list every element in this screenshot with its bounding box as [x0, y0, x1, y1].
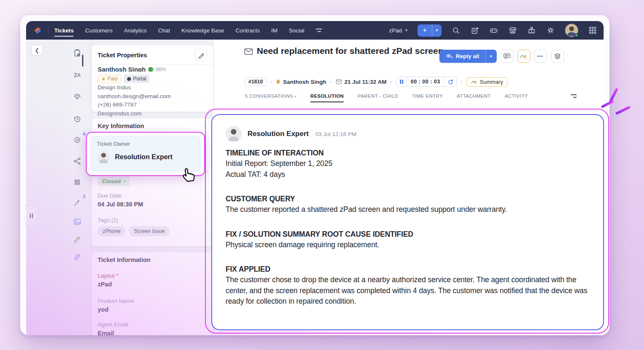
share-icon[interactable] — [72, 156, 82, 166]
marketplace-icon[interactable] — [508, 26, 517, 35]
layout-field-value[interactable]: zPad — [98, 281, 112, 288]
message-timestamp: 03 Jul 12:16 PM — [312, 131, 357, 137]
portal-badge: Portal — [124, 75, 149, 83]
idea-bulb-icon[interactable] — [72, 92, 82, 102]
contact-website[interactable]: DesignIndus.com — [98, 110, 207, 118]
ticket-created-time: 21 Jul 11:32 AM — [336, 79, 386, 85]
ticket-properties-card: Ticket Properties Santhosh Singh 98% — [91, 45, 213, 112]
owner-avatar — [97, 150, 110, 164]
section-heading: CUSTOMER QUERY — [226, 194, 590, 204]
timer-refresh-button[interactable] — [444, 77, 456, 86]
timer-pause-button[interactable] — [397, 77, 407, 86]
user-avatar[interactable] — [565, 24, 578, 37]
zia-icon[interactable] — [72, 70, 82, 80]
tab-resolution[interactable]: RESOLUTION — [310, 94, 343, 99]
links-icon[interactable] — [72, 252, 82, 262]
ticket-id-badge: #1610 — [245, 77, 266, 86]
tag-list: zPhone Screen Issue — [98, 226, 170, 236]
app-window: Tickets Customers Analytics Chat Knowled… — [20, 15, 609, 335]
crown-icon: ♛ — [101, 76, 106, 82]
tab-conversations[interactable]: 5 CONVERSATIONS▾ — [245, 94, 296, 99]
conversation-sort-icon[interactable] — [571, 94, 577, 98]
crown-icon: ♛ — [276, 79, 281, 85]
nav-item-chat[interactable]: Chat — [158, 21, 170, 40]
user-guide-icon[interactable] — [527, 26, 536, 35]
ticket-meta-row: #1610 ♛ Santhosh Singh 21 Jul 11:32 AM — [245, 77, 508, 87]
ticket-properties-title: Ticket Properties — [98, 52, 147, 59]
nav-item-im[interactable]: IM — [271, 21, 277, 40]
chevron-down-icon: ▾ — [124, 179, 126, 184]
feeds-icon[interactable] — [471, 26, 479, 35]
snippets-image-icon[interactable] — [72, 216, 82, 227]
gamescope-icon[interactable] — [490, 26, 498, 35]
status-dropdown[interactable]: Closed ▾ — [98, 176, 130, 186]
comment-button[interactable] — [500, 50, 514, 63]
tags-label: Tags (2) — [98, 217, 118, 223]
reply-all-label: Reply all — [456, 53, 479, 59]
zia-summary-button[interactable]: Summary — [466, 77, 508, 87]
zoho-desk-logo-icon[interactable] — [32, 25, 43, 36]
portal-icon — [127, 77, 131, 81]
search-icon[interactable] — [452, 26, 460, 35]
magic-wand-icon[interactable]: 3 — [72, 197, 82, 207]
edit-properties-button[interactable] — [194, 49, 207, 61]
nav-more-menu-icon[interactable] — [316, 29, 322, 32]
hand-pointer-cursor-icon — [178, 164, 198, 184]
department-selector[interactable]: zPad ▼ — [389, 27, 408, 34]
section-body: The customer reported a shattered zPad s… — [226, 204, 590, 215]
ticket-information-card: Ticket Information ⌄ Layout * zPad Produ… — [91, 252, 213, 335]
contact-name-clipped[interactable]: Santhosh Singh 98% — [98, 67, 207, 72]
happiness-percent: 98% — [156, 67, 166, 72]
apps-grid-icon[interactable] — [588, 26, 597, 35]
ticket-requester[interactable]: ♛ Santhosh Singh — [276, 79, 327, 85]
tab-time-entry[interactable]: TIME ENTRY — [412, 94, 443, 99]
history-icon[interactable] — [72, 114, 82, 124]
top-navbar: Tickets Customers Analytics Chat Knowled… — [26, 21, 604, 40]
wand-count-badge: 3 — [82, 194, 85, 199]
section-heading: TIMELINE OF INTERACTION — [226, 148, 590, 158]
product-name-value[interactable]: yod — [98, 306, 109, 313]
panel-resize-handle[interactable] — [25, 205, 38, 226]
nav-item-tickets[interactable]: Tickets — [54, 21, 74, 40]
nav-item-analytics[interactable]: Analytics — [124, 21, 147, 40]
nav-menu: Tickets Customers Analytics Chat Knowled… — [54, 21, 304, 40]
contact-email[interactable]: santhosh.design@email.com — [98, 93, 207, 101]
due-date-label: Due Date — [98, 192, 122, 199]
tasks-icon[interactable]: 4 — [72, 135, 82, 145]
section-body: Initial Report: September 1, 2025 Actual… — [226, 158, 590, 180]
related-items-icon[interactable] — [72, 177, 82, 187]
paid-badge: ♛Paid — [98, 75, 121, 83]
tag-zphone[interactable]: zPhone — [98, 226, 125, 236]
split-view-layers-icon[interactable] — [551, 50, 564, 63]
email-channel-icon — [244, 46, 253, 59]
nav-item-customers[interactable]: Customers — [85, 21, 112, 40]
ticket-information-title: Ticket Information — [98, 256, 150, 263]
resolution-message-panel: Resolution Expert 03 Jul 12:16 PM TIMELI… — [211, 114, 604, 330]
contact-phone[interactable]: (+26) 669-7787 — [98, 101, 207, 109]
collapse-panel-button[interactable]: ❮ — [32, 45, 43, 56]
settings-gear-icon[interactable] — [546, 26, 555, 35]
due-date-value: 04 Jul 08:30 PM — [98, 201, 143, 208]
reply-all-button[interactable]: Reply all ▼ — [439, 50, 497, 63]
tab-attachment[interactable]: ATTACHMENT — [457, 94, 491, 99]
nav-item-contracts[interactable]: Contracts — [235, 21, 260, 40]
reply-all-icon — [445, 53, 452, 59]
ticket-properties-icon[interactable] — [72, 48, 82, 58]
tag-screen-issue[interactable]: Screen Issue — [129, 226, 170, 236]
more-actions-button[interactable]: ••• — [534, 50, 547, 63]
nav-item-social[interactable]: Social — [289, 21, 304, 40]
zia-button[interactable] — [517, 50, 530, 63]
agent-email-value[interactable]: Email — [98, 330, 114, 335]
chevron-down-icon[interactable]: ▼ — [486, 50, 497, 63]
tab-parent-child[interactable]: PARENT - CHILD — [358, 94, 398, 99]
happiness-icon — [148, 67, 153, 72]
ticket-owner-highlight-frame: Ticket Owner Resolution Expert — [86, 132, 205, 176]
add-ticket-split-button[interactable]: + ▼ — [418, 24, 442, 37]
mail-time-icon — [336, 79, 342, 84]
plus-icon[interactable]: + — [418, 24, 432, 37]
tab-activity[interactable]: ACTIVITY — [505, 94, 528, 99]
chevron-down-icon[interactable]: ▼ — [432, 24, 442, 37]
nav-item-knowledge-base[interactable]: Knowledge Base — [181, 21, 224, 40]
section-heading: FIX APPLIED — [226, 264, 590, 275]
signature-pen-icon[interactable] — [72, 234, 82, 244]
